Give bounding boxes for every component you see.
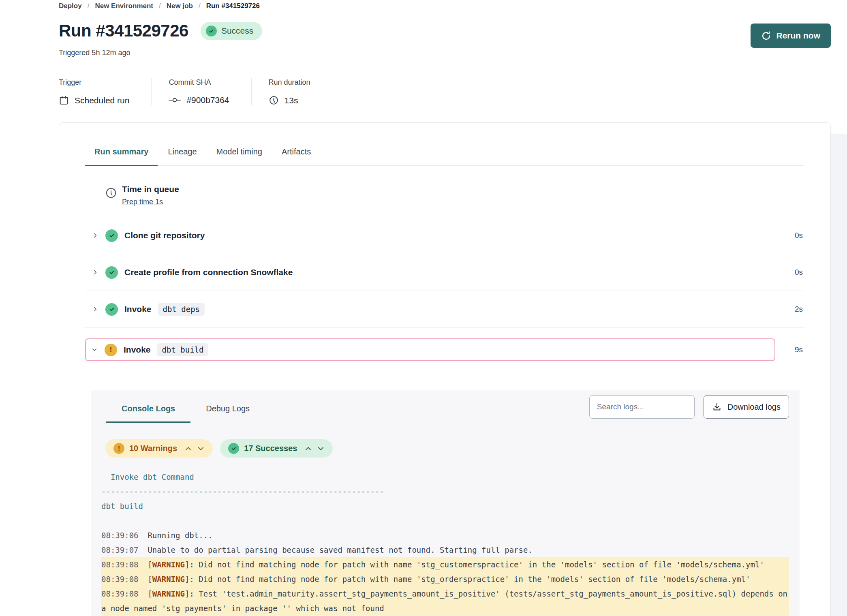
breadcrumb-item[interactable]: New Environment <box>95 2 153 10</box>
search-logs-input[interactable] <box>589 395 695 419</box>
queue-clock-icon <box>105 187 117 206</box>
run-detail-page: Deploy/New Environment/New job/Run #3415… <box>0 0 847 616</box>
commit-icon <box>169 97 181 103</box>
download-icon <box>712 402 722 412</box>
step-title: Clone git repository <box>124 231 205 240</box>
expand-chevron-right-icon[interactable] <box>91 232 100 239</box>
time-in-queue-title: Time in queue <box>122 184 179 194</box>
meta-duration-value: 13s <box>284 96 298 105</box>
step-list: Clone git repository0sCreate profile fro… <box>85 217 804 371</box>
log-message: Test 'test.admin_maturity.assert_stg_pay… <box>101 589 792 613</box>
download-logs-label: Download logs <box>727 402 781 412</box>
log-message: Did not find matching node for patch wit… <box>199 575 750 584</box>
step-title-text: Create profile from connection Snowflake <box>124 267 293 277</box>
prep-time-link[interactable]: Prep time 1s <box>122 198 163 206</box>
meta-trigger: Trigger Scheduled run <box>59 78 151 105</box>
step-title: Invokedbt deps <box>124 303 205 316</box>
step-duration: 0s <box>780 268 804 277</box>
breadcrumb-separator: / <box>88 2 90 10</box>
step-title-text: Clone git repository <box>124 231 205 240</box>
step-duration: 0s <box>780 231 804 240</box>
log-timestamp: 08:39:07 <box>101 545 139 554</box>
meta-commit-value: #900b7364 <box>186 95 229 105</box>
breadcrumb: Deploy/New Environment/New job/Run #3415… <box>59 0 831 10</box>
log-warning-label: WARNING <box>152 575 185 584</box>
step-command-chip: dbt build <box>157 343 209 356</box>
meta-duration-label: Run duration <box>269 78 310 87</box>
run-summary-card: Run summaryLineageModel timingArtifacts … <box>59 122 831 616</box>
successes-prev-chevron-up-icon[interactable] <box>304 446 312 451</box>
step-row-body: Invokedbt deps <box>85 291 775 327</box>
log-timestamp: 08:39:08 <box>101 560 139 569</box>
tab-run-summary[interactable]: Run summary <box>85 147 158 166</box>
success-check-icon <box>228 443 239 454</box>
step-duration: 9s <box>780 345 804 354</box>
log-line: 08:39:08 [WARNING]: Did not find matchin… <box>101 557 789 572</box>
step-row[interactable]: !Invokedbt build9s <box>85 328 804 371</box>
logs-panel: Console LogsDebug Logs Download logs ! 1… <box>91 390 800 616</box>
success-check-icon <box>206 26 217 36</box>
meta-duration: Run duration 13s <box>251 78 332 105</box>
log-line: Invoke dbt Command <box>101 470 789 484</box>
log-line <box>101 513 789 528</box>
meta-commit: Commit SHA #900b7364 <box>151 78 251 105</box>
step-title-text: Invoke <box>124 304 152 314</box>
calendar-icon <box>59 95 69 105</box>
step-duration: 2s <box>780 305 804 314</box>
tab-artifacts[interactable]: Artifacts <box>272 147 320 165</box>
step-row[interactable]: Invokedbt deps2s <box>85 291 804 328</box>
warnings-badge-label: 10 Warnings <box>129 444 177 453</box>
log-message: Unable to do partial parsing because sav… <box>148 545 532 554</box>
step-warning-icon: ! <box>105 344 117 356</box>
step-command-chip: dbt deps <box>158 303 205 316</box>
log-message: Did not find matching node for patch wit… <box>199 560 764 569</box>
step-title-text: Invoke <box>124 345 151 355</box>
tab-model-timing[interactable]: Model timing <box>207 147 272 165</box>
successes-badge[interactable]: 17 Successes <box>220 439 333 458</box>
console-log-output: Invoke dbt Command----------------------… <box>101 458 789 616</box>
logs-controls: Download logs <box>589 395 789 419</box>
log-timestamp: 08:39:06 <box>101 531 139 540</box>
expand-chevron-right-icon[interactable] <box>91 306 100 313</box>
step-row-body: Clone git repository <box>85 217 775 254</box>
expand-chevron-right-icon[interactable] <box>91 269 100 276</box>
step-row[interactable]: Clone git repository0s <box>85 217 804 254</box>
log-line: ----------------------------------------… <box>101 484 789 499</box>
triggered-timestamp: Triggered 5h 12m ago <box>59 49 831 57</box>
download-logs-button[interactable]: Download logs <box>704 395 789 419</box>
time-in-queue-section: Time in queue Prep time 1s <box>85 166 804 217</box>
log-warning-label: WARNING <box>152 589 185 598</box>
clock-icon <box>269 95 279 105</box>
rerun-now-button[interactable]: Rerun now <box>751 24 831 48</box>
successes-next-chevron-down-icon[interactable] <box>317 446 325 451</box>
page-title: Run #341529726 <box>59 21 188 41</box>
step-row-body: Create profile from connection Snowflake <box>85 254 775 291</box>
step-row-body: !Invokedbt build <box>85 338 775 361</box>
meta-commit-label: Commit SHA <box>169 78 229 87</box>
breadcrumb-item[interactable]: Deploy <box>59 2 82 10</box>
run-detail-tabs: Run summaryLineageModel timingArtifacts <box>85 123 804 166</box>
page-header: Run #341529726 Success Rerun now <box>59 21 831 41</box>
log-timestamp: 08:39:08 <box>101 589 139 598</box>
step-title: Invokedbt build <box>124 343 208 356</box>
log-tab-debug-logs[interactable]: Debug Logs <box>190 390 265 423</box>
warnings-prev-chevron-up-icon[interactable] <box>184 446 192 451</box>
warnings-badge[interactable]: ! 10 Warnings <box>105 439 213 458</box>
rerun-now-label: Rerun now <box>776 31 821 41</box>
page-scrollbar-track[interactable] <box>831 134 847 616</box>
tab-lineage[interactable]: Lineage <box>158 147 206 165</box>
step-row[interactable]: Create profile from connection Snowflake… <box>85 254 804 291</box>
step-success-check-icon <box>105 303 118 316</box>
log-tab-console-logs[interactable]: Console Logs <box>106 390 190 423</box>
log-line: 08:39:07 Unable to do partial parsing be… <box>101 543 789 557</box>
log-badges-row: ! 10 Warnings 17 Successes <box>101 423 789 458</box>
successes-badge-label: 17 Successes <box>244 444 297 453</box>
breadcrumb-item[interactable]: Run #341529726 <box>206 2 260 10</box>
log-line: 08:39:06 Running dbt... <box>101 528 789 543</box>
log-message: Running dbt... <box>148 531 212 540</box>
log-warning-label: WARNING <box>152 560 185 569</box>
collapse-chevron-down-icon[interactable] <box>90 346 99 353</box>
log-line: 08:39:08 [WARNING]: Did not find matchin… <box>101 572 789 586</box>
warnings-next-chevron-down-icon[interactable] <box>197 446 205 451</box>
breadcrumb-item[interactable]: New job <box>167 2 193 10</box>
